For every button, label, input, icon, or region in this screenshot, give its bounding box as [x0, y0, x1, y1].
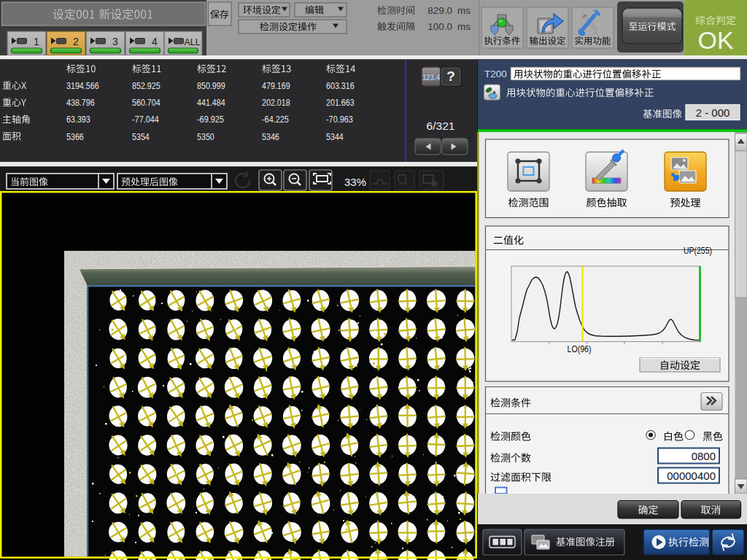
svg-text:-70.963: -70.963 [326, 114, 353, 125]
svg-text:?: ? [446, 69, 455, 84]
svg-text:3194.566: 3194.566 [66, 80, 99, 91]
svg-text:850.999: 850.999 [197, 80, 225, 91]
svg-text:-64.225: -64.225 [262, 114, 289, 125]
svg-text:OK: OK [697, 26, 733, 54]
svg-text:201.663: 201.663 [326, 97, 355, 108]
svg-text:438.796: 438.796 [66, 97, 95, 108]
svg-text:6/321: 6/321 [427, 120, 455, 132]
svg-text:0800: 0800 [692, 450, 716, 462]
svg-text:123.4: 123.4 [422, 73, 440, 82]
svg-text:202.018: 202.018 [262, 97, 290, 108]
svg-text:441.484: 441.484 [197, 97, 225, 108]
svg-text:ALL: ALL [185, 37, 201, 47]
svg-text:-69.925: -69.925 [197, 114, 224, 125]
svg-text:00000400: 00000400 [667, 470, 716, 482]
svg-text:LO(96): LO(96) [568, 344, 592, 354]
svg-text:3: 3 [112, 36, 118, 47]
svg-text:5350: 5350 [197, 131, 214, 142]
svg-text:T200: T200 [484, 69, 507, 79]
svg-text:ms: ms [457, 5, 471, 16]
svg-text:2 - 000: 2 - 000 [696, 106, 730, 119]
svg-text:UP(255): UP(255) [684, 246, 712, 256]
svg-text:4: 4 [152, 36, 158, 47]
svg-text:560.704: 560.704 [132, 97, 160, 108]
svg-text:5344: 5344 [326, 131, 344, 142]
svg-text:63.393: 63.393 [66, 114, 90, 125]
svg-text:1: 1 [34, 36, 39, 47]
svg-text:5366: 5366 [66, 131, 84, 142]
svg-text:829.0: 829.0 [427, 5, 452, 16]
svg-text:100.0: 100.0 [427, 21, 452, 32]
svg-text:2: 2 [73, 36, 79, 47]
svg-text:33%: 33% [344, 176, 366, 188]
svg-text:479.169: 479.169 [262, 80, 290, 91]
svg-text:5346: 5346 [262, 131, 279, 142]
svg-text:ms: ms [457, 21, 471, 32]
svg-text:852.925: 852.925 [132, 80, 160, 91]
svg-text:-77.044: -77.044 [132, 114, 159, 125]
svg-text:603.316: 603.316 [326, 80, 355, 91]
svg-text:5354: 5354 [132, 131, 150, 142]
